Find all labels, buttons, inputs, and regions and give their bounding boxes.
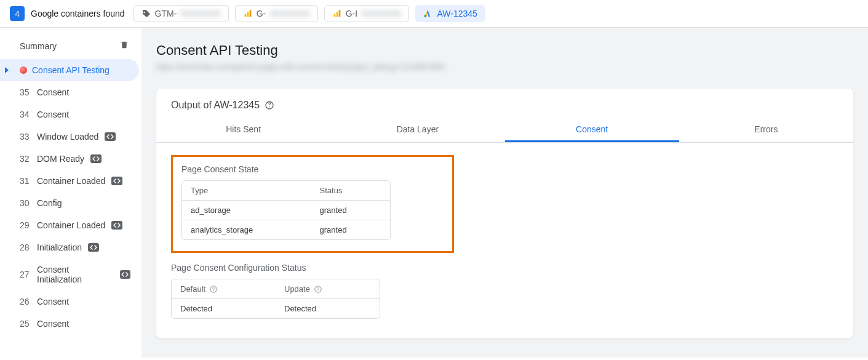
svg-rect-4 — [336, 12, 338, 17]
chip-label: AW-12345 — [437, 9, 477, 18]
sidebar-summary[interactable]: Summary — [0, 30, 141, 59]
chip-blur: XXXXXXX — [180, 9, 220, 18]
page-subtitle: https://loremsite.com/path/to-page-with-… — [156, 62, 636, 71]
tab-data-layer[interactable]: Data Layer — [330, 118, 504, 142]
sidebar-item-label: Consent — [37, 87, 69, 97]
consent-state-highlight: Page Consent State Type Status ad_storag… — [171, 155, 454, 253]
config-status-table: Default ? Update ? De — [171, 279, 380, 319]
item-number: 25 — [20, 319, 32, 329]
table-row: analytics_storagegranted — [182, 220, 390, 239]
item-number: 27 — [20, 270, 32, 279]
code-icon — [111, 221, 122, 230]
containers-label: Google containers found — [31, 9, 125, 18]
content: Consent API Testing https://loremsite.co… — [141, 28, 868, 358]
help-icon[interactable]: ? — [209, 285, 218, 294]
svg-text:?: ? — [317, 286, 320, 292]
sidebar-item[interactable]: 26Consent — [0, 290, 139, 313]
sidebar-item[interactable]: 28Initialization — [0, 236, 139, 258]
code-icon — [90, 154, 102, 163]
consent-state-heading: Page Consent State — [181, 164, 444, 174]
sidebar-item-label: Initialization — [37, 242, 82, 252]
svg-text:?: ? — [212, 286, 215, 292]
th-status: Status — [311, 181, 390, 200]
sidebar-item-label: Container Loaded — [37, 176, 105, 186]
chip-blur: XXXXXXX — [269, 9, 309, 18]
svg-point-6 — [424, 15, 427, 17]
card-title: Output of AW-12345 — [171, 100, 260, 111]
tab-errors[interactable]: Errors — [679, 118, 853, 142]
sidebar-item[interactable]: 35Consent — [0, 81, 139, 103]
sidebar-item-label: Config — [37, 198, 62, 208]
consent-type: analytics_storage — [182, 220, 311, 239]
sidebar-item[interactable]: 25Consent — [0, 313, 139, 335]
help-icon[interactable]: ? — [314, 285, 322, 294]
sidebar: Summary Consent API Testing 35Consent34C… — [0, 28, 141, 358]
item-number: 31 — [20, 176, 32, 186]
sidebar-item-label: DOM Ready — [37, 154, 84, 164]
sidebar-item[interactable]: 33Window Loaded — [0, 126, 139, 148]
config-default-value: Detected — [172, 299, 276, 318]
sidebar-item[interactable]: 34Consent — [0, 103, 139, 126]
item-number: 32 — [20, 154, 32, 164]
consent-status: granted — [311, 201, 390, 220]
recording-dot-icon — [20, 66, 27, 74]
sidebar-item-label: Consent — [37, 319, 69, 329]
config-status-heading: Page Consent Configuration Status — [171, 263, 838, 273]
tab-consent[interactable]: Consent — [505, 118, 679, 142]
tag-icon — [141, 9, 151, 18]
table-row: ad_storagegranted — [182, 200, 390, 220]
container-chip[interactable]: G-XXXXXXX — [235, 5, 318, 22]
svg-rect-3 — [333, 14, 335, 17]
tab-hits-sent[interactable]: Hits Sent — [156, 118, 330, 142]
svg-rect-5 — [338, 10, 340, 17]
consent-status: granted — [311, 220, 390, 239]
consent-state-table: Type Status ad_storagegrantedanalytics_s… — [181, 180, 391, 240]
trash-icon[interactable] — [119, 40, 129, 52]
sidebar-item[interactable]: 30Config — [0, 192, 139, 214]
analytics-icon — [243, 9, 253, 18]
sidebar-item-consent-api-testing[interactable]: Consent API Testing — [0, 59, 139, 81]
summary-label: Summary — [20, 41, 57, 51]
consent-type: ad_storage — [182, 201, 311, 220]
sidebar-item-label: Consent — [37, 297, 69, 306]
th-update: Update ? — [276, 279, 380, 298]
tabs: Hits SentData LayerConsentErrors — [156, 118, 853, 143]
container-chip[interactable]: AW-12345 — [415, 5, 485, 22]
output-card: Output of AW-12345 Hits SentData LayerCo… — [156, 89, 853, 338]
code-icon — [105, 132, 116, 141]
sidebar-item[interactable]: 29Container Loaded — [0, 214, 139, 236]
ads-icon — [423, 9, 433, 18]
item-number: 30 — [20, 198, 32, 208]
sidebar-item[interactable]: 32DOM Ready — [0, 148, 139, 170]
sidebar-item-label: Consent API Testing — [32, 65, 109, 75]
sidebar-item[interactable]: 27Consent Initialization — [0, 258, 139, 290]
container-chip[interactable]: G-IXXXXXXX — [324, 5, 410, 22]
item-number: 28 — [20, 242, 32, 252]
th-type: Type — [182, 181, 311, 200]
chip-label: G- — [257, 9, 266, 18]
sidebar-item[interactable]: 31Container Loaded — [0, 170, 139, 192]
svg-rect-0 — [244, 14, 246, 17]
item-number: 26 — [20, 297, 32, 306]
container-chip[interactable]: GTM-XXXXXXX — [133, 5, 229, 22]
chip-label: GTM- — [155, 9, 177, 18]
table-row: Detected Detected — [172, 298, 380, 318]
item-number: 33 — [20, 132, 32, 142]
svg-rect-2 — [249, 10, 251, 17]
config-update-value: Detected — [276, 299, 380, 318]
code-icon — [120, 270, 130, 279]
code-icon — [111, 177, 122, 185]
code-icon — [88, 243, 99, 252]
sidebar-item-label: Consent — [37, 110, 69, 119]
chip-label: G-I — [346, 9, 357, 18]
container-count-badge: 4 — [10, 6, 25, 21]
analytics-icon — [332, 9, 342, 18]
sidebar-item-label: Consent Initialization — [37, 265, 114, 284]
svg-rect-1 — [247, 12, 249, 17]
top-bar: 4 Google containers found GTM-XXXXXXXG-X… — [0, 0, 868, 28]
help-icon[interactable] — [265, 100, 274, 110]
item-number: 29 — [20, 220, 32, 230]
chip-blur: XXXXXXX — [361, 9, 401, 18]
item-number: 34 — [20, 110, 32, 119]
sidebar-item-label: Container Loaded — [37, 220, 105, 230]
